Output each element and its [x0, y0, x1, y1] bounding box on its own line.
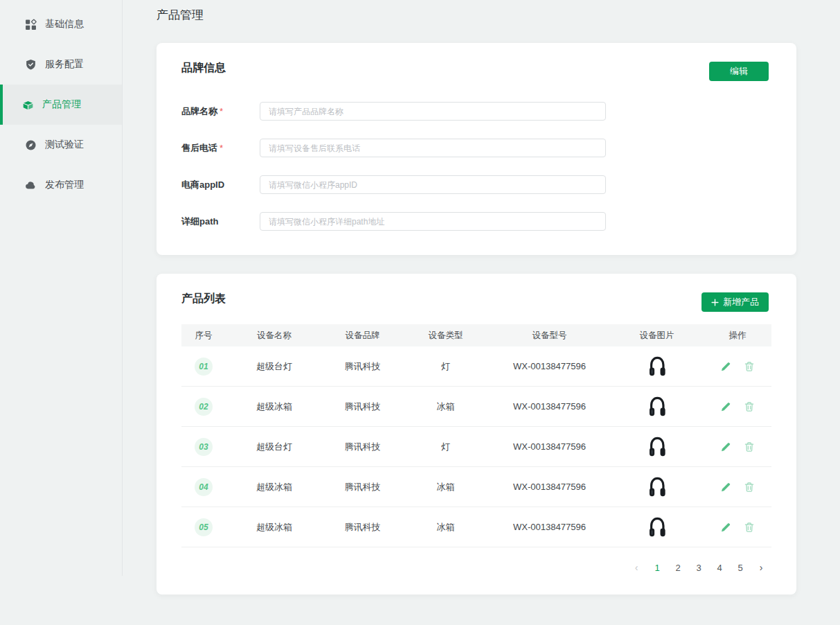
product-card-header: 产品列表 新增产品 [181, 274, 771, 315]
required-marker: * [220, 143, 223, 153]
add-product-label: 新增产品 [723, 296, 759, 308]
serial-badge: 04 [195, 478, 213, 496]
delete-icon[interactable] [744, 482, 755, 493]
sidebar-item-4[interactable]: 测试验证 [0, 125, 123, 165]
brand-card-header: 品牌信息 编辑 [181, 43, 771, 85]
table-header-cell: 设备图片 [610, 330, 704, 342]
field-label: 详细path [181, 215, 260, 228]
table-row: 02 超级冰箱 腾讯科技 冰箱 WX-00138477596 [181, 387, 771, 427]
table-row: 01 超级台灯 腾讯科技 灯 WX-00138477596 [181, 346, 771, 387]
product-box-icon [22, 99, 34, 111]
text-input[interactable] [260, 175, 606, 194]
product-list-card: 产品列表 新增产品 序号 设备名称 设备品牌 设备类型 设备型号 设备图片 操作… [157, 274, 796, 595]
text-input[interactable] [260, 139, 606, 157]
table-row: 04 超级冰箱 腾讯科技 冰箱 WX-00138477596 [181, 467, 771, 507]
edit-icon[interactable] [720, 482, 731, 493]
device-brand-cell: 腾讯科技 [323, 441, 402, 453]
product-table: 序号 设备名称 设备品牌 设备类型 设备型号 设备图片 操作 01 超级台灯 腾… [181, 324, 771, 547]
device-brand-cell: 腾讯科技 [323, 360, 402, 373]
headphones-image [647, 395, 668, 419]
device-name-cell: 超级冰箱 [226, 521, 323, 534]
field-label: 售后电话* [181, 142, 260, 155]
sidebar-item-label: 测试验证 [45, 139, 84, 151]
product-card-title: 产品列表 [181, 292, 226, 304]
table-row: 03 超级台灯 腾讯科技 灯 WX-00138477596 [181, 427, 771, 467]
page-number-list: 1 2 3 4 5 [647, 558, 751, 577]
table-row: 05 超级冰箱 腾讯科技 冰箱 WX-00138477596 [181, 507, 771, 547]
edit-icon[interactable] [720, 401, 731, 412]
required-marker: * [220, 106, 223, 116]
table-header-cell: 设备名称 [226, 330, 323, 342]
pagination: ‹ 1 2 3 4 5 › [181, 558, 771, 577]
sidebar-item-1[interactable]: 基础信息 [0, 4, 123, 44]
device-type-cell: 冰箱 [402, 481, 489, 493]
row-actions [720, 361, 755, 372]
text-input[interactable] [260, 212, 606, 231]
sidebar-item-3[interactable]: 产品管理 [0, 85, 123, 125]
page-number-button[interactable]: 5 [730, 558, 751, 577]
device-name-cell: 超级台灯 [226, 441, 323, 453]
device-brand-cell: 腾讯科技 [323, 481, 402, 493]
device-model-cell: WX-00138477596 [489, 522, 610, 532]
delete-icon[interactable] [744, 441, 755, 452]
delete-icon[interactable] [744, 361, 755, 372]
brand-info-card: 品牌信息 编辑 品牌名称* 售后电话* 电商appID 详细path [157, 43, 796, 255]
device-model-cell: WX-00138477596 [489, 361, 610, 371]
field-label: 品牌名称* [181, 105, 260, 118]
sidebar-item-label: 产品管理 [42, 98, 81, 111]
text-input[interactable] [260, 102, 606, 121]
headphones-image [647, 435, 668, 459]
field-label: 电商appID [181, 179, 260, 191]
device-model-cell: WX-00138477596 [489, 482, 610, 492]
page-title: 产品管理 [157, 0, 796, 23]
edit-button[interactable]: 编辑 [709, 62, 769, 81]
edit-icon[interactable] [720, 361, 731, 372]
sidebar-item-5[interactable]: 发布管理 [0, 165, 123, 205]
table-header-cell: 操作 [704, 330, 771, 342]
headphones-image [647, 475, 668, 499]
device-model-cell: WX-00138477596 [489, 441, 610, 452]
device-name-cell: 超级台灯 [226, 360, 323, 373]
headphones-image [647, 516, 668, 539]
edit-icon[interactable] [720, 441, 731, 452]
sidebar-menu: 基础信息 服务配置 产品管理 测试验证 发布管理 [0, 0, 123, 205]
device-name-cell: 超级冰箱 [226, 400, 323, 413]
sidebar-item-label: 基础信息 [45, 18, 84, 30]
prev-page-button[interactable]: ‹ [626, 558, 647, 577]
delete-icon[interactable] [744, 401, 755, 412]
compass-icon [25, 139, 37, 151]
brand-form: 品牌名称* 售后电话* 电商appID 详细path [181, 85, 771, 231]
device-brand-cell: 腾讯科技 [323, 521, 402, 534]
next-page-button[interactable]: › [751, 558, 771, 577]
table-body: 01 超级台灯 腾讯科技 灯 WX-00138477596 [181, 346, 771, 547]
device-type-cell: 冰箱 [402, 400, 489, 413]
device-brand-cell: 腾讯科技 [323, 400, 402, 413]
form-row: 售后电话* [181, 139, 771, 157]
delete-icon[interactable] [744, 522, 755, 533]
form-row: 详细path [181, 212, 771, 231]
page-number-button[interactable]: 4 [709, 558, 730, 577]
sidebar-item-label: 发布管理 [45, 179, 84, 191]
main-content: 产品管理 品牌信息 编辑 品牌名称* 售后电话* 电商appID 详细path … [157, 0, 796, 23]
serial-badge: 02 [195, 398, 213, 416]
serial-badge: 05 [195, 518, 213, 536]
add-product-button[interactable]: 新增产品 [702, 292, 769, 312]
table-header-cell: 序号 [181, 330, 226, 342]
sidebar-item-label: 服务配置 [45, 58, 84, 71]
row-actions [720, 522, 755, 533]
page-number-button[interactable]: 3 [688, 558, 709, 577]
edit-icon[interactable] [720, 522, 731, 533]
sidebar-item-2[interactable]: 服务配置 [0, 44, 123, 85]
table-header-row: 序号 设备名称 设备品牌 设备类型 设备型号 设备图片 操作 [181, 324, 771, 346]
page-number-button[interactable]: 1 [647, 558, 668, 577]
plus-icon [711, 299, 719, 306]
headphones-image [647, 355, 668, 378]
sidebar-divider [122, 0, 123, 576]
dashboard-icon [25, 19, 37, 30]
form-row: 电商appID [181, 175, 771, 194]
table-header-cell: 设备型号 [489, 330, 610, 342]
device-type-cell: 灯 [402, 360, 489, 373]
page-number-button[interactable]: 2 [668, 558, 688, 577]
row-actions [720, 401, 755, 412]
brand-card-title: 品牌信息 [181, 62, 226, 73]
